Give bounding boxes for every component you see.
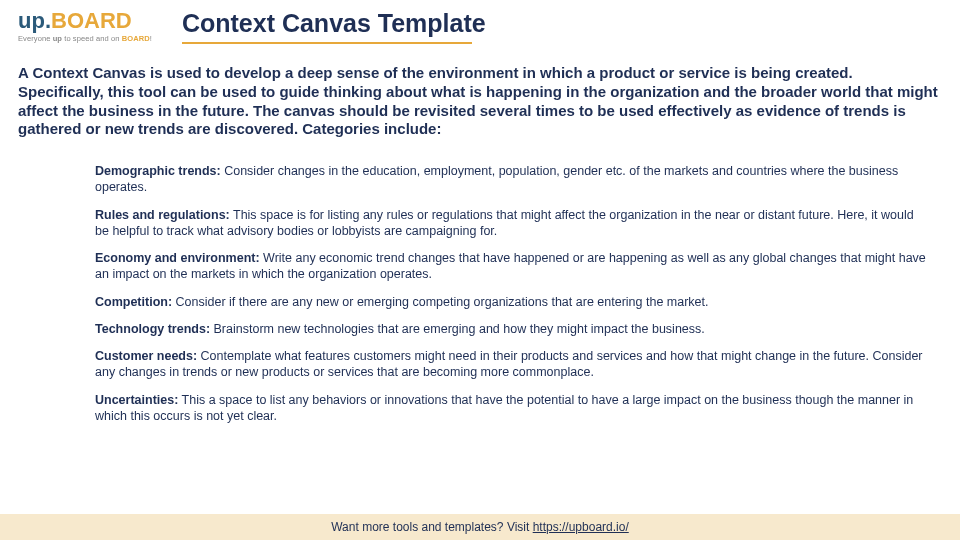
logo-tagline: Everyone up to speed and on BOARD!: [18, 34, 152, 43]
logo: up.BOARD Everyone up to speed and on BOA…: [18, 10, 152, 43]
category-label: Technology trends:: [95, 322, 210, 336]
category-text: Consider if there are any new or emergin…: [172, 295, 708, 309]
category-label: Uncertainties:: [95, 393, 178, 407]
logo-text: up.BOARD: [18, 10, 152, 32]
list-item: Competition: Consider if there are any n…: [95, 294, 930, 310]
category-label: Customer needs:: [95, 349, 197, 363]
list-item: Customer needs: Contemplate what feature…: [95, 348, 930, 381]
list-item: Technology trends: Brainstorm new techno…: [95, 321, 930, 337]
intro-paragraph: A Context Canvas is used to develop a de…: [0, 44, 960, 151]
list-item: Rules and regulations: This space is for…: [95, 207, 930, 240]
tagline-mid: to speed and on: [62, 34, 122, 43]
tagline-pre: Everyone: [18, 34, 53, 43]
title-wrap: Context Canvas Template: [182, 8, 486, 44]
list-item: Demographic trends: Consider changes in …: [95, 163, 930, 196]
page-title: Context Canvas Template: [182, 8, 486, 40]
category-text: This a space to list any behaviors or in…: [95, 393, 913, 423]
list-item: Uncertainties: This a space to list any …: [95, 392, 930, 425]
category-label: Competition:: [95, 295, 172, 309]
tagline-up: up: [53, 34, 62, 43]
logo-board: BOARD: [51, 8, 132, 33]
footer: Want more tools and templates? Visit htt…: [0, 514, 960, 540]
category-text: Brainstorm new technologies that are eme…: [210, 322, 705, 336]
category-label: Rules and regulations:: [95, 208, 230, 222]
footer-link[interactable]: https://upboard.io/: [533, 520, 629, 534]
tagline-board: BOARD: [122, 34, 150, 43]
list-item: Economy and environment: Write any econo…: [95, 250, 930, 283]
header: up.BOARD Everyone up to speed and on BOA…: [0, 0, 960, 44]
category-list: Demographic trends: Consider changes in …: [0, 151, 960, 424]
logo-up: up: [18, 8, 45, 33]
tagline-end: !: [150, 34, 152, 43]
category-label: Demographic trends:: [95, 164, 221, 178]
title-underline: [182, 42, 472, 44]
category-text: Contemplate what features customers migh…: [95, 349, 923, 379]
category-label: Economy and environment:: [95, 251, 260, 265]
footer-text: Want more tools and templates? Visit: [331, 520, 532, 534]
